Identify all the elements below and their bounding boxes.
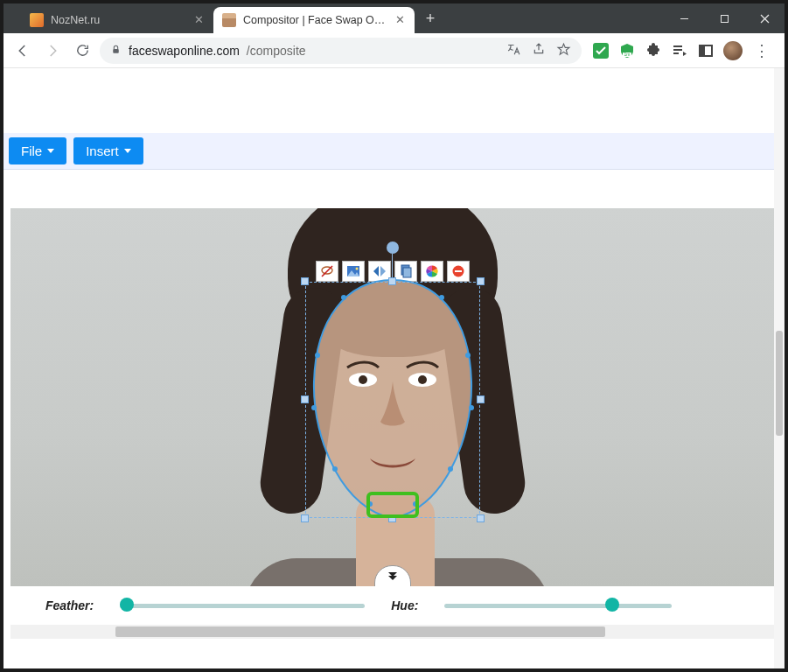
resize-handle-tr[interactable] [477,277,485,285]
toolbar-spacer [3,170,774,208]
chrome-menu-button[interactable]: ⋮ [751,41,772,60]
window-minimize-button[interactable] [664,4,704,33]
extension-playlist-icon[interactable] [671,42,688,60]
svg-text:1m: 1m [624,52,631,57]
file-label: File [21,144,42,158]
url-host: faceswaponline.com [129,44,240,58]
tab-noznet[interactable]: NozNet.ru ✕ [21,7,213,33]
nav-forward-button[interactable] [40,38,65,63]
highlight-annotation [366,492,419,518]
resize-handle-ml[interactable] [301,396,309,403]
feather-label: Feather: [45,598,94,612]
svg-rect-4 [113,48,119,52]
translate-icon[interactable] [506,42,521,60]
resize-handle-tm[interactable] [388,277,396,285]
favicon-noznet [30,13,44,27]
tab-compositor[interactable]: Compositor | Face Swap Online ✕ [213,7,415,33]
share-icon[interactable] [532,42,546,60]
app-toolbar: File Insert [3,133,774,170]
resize-handle-tl[interactable] [301,277,309,285]
window-maximize-button[interactable] [704,4,744,33]
slider-thumb[interactable] [120,598,134,612]
extensions-puzzle-icon[interactable] [645,42,662,60]
horizontal-scrollbar[interactable] [10,625,774,639]
tab-title: NozNet.ru [51,14,185,26]
hue-label: Hue: [391,598,418,612]
selection-rect [305,282,480,518]
caret-down-icon [47,149,54,153]
window-controls [664,4,785,33]
insert-menu-button[interactable]: Insert [73,137,143,164]
close-tab-icon[interactable]: ✕ [394,14,406,26]
favicon-compositor [222,13,236,27]
extensions: 1m ⋮ [587,41,778,60]
rotate-handle-line [392,254,393,277]
scrollbar-thumb[interactable] [776,331,783,436]
extension-panel-icon[interactable] [697,42,715,60]
resize-handle-bl[interactable] [301,514,309,522]
url-path: /composite [247,44,306,58]
svg-marker-16 [380,266,386,276]
editor-canvas[interactable] [10,208,774,586]
extension-shield-icon[interactable]: 1m [618,42,636,60]
face-selection[interactable] [305,282,480,518]
slider-thumb[interactable] [605,598,619,612]
hue-slider[interactable] [444,601,672,610]
scrollbar-thumb[interactable] [115,626,605,637]
file-menu-button[interactable]: File [9,137,66,164]
svg-point-14 [355,268,358,270]
browser-window: NozNet.ru ✕ Compositor | Face Swap Onlin… [0,0,788,672]
feather-slider[interactable] [120,601,365,610]
nav-back-button[interactable] [10,38,35,63]
new-tab-button[interactable]: + [418,6,443,31]
vertical-scrollbar[interactable] [774,68,785,668]
window-close-button[interactable] [744,4,785,33]
profile-avatar[interactable] [723,41,743,60]
url-field[interactable]: faceswaponline.com/composite [100,38,582,64]
svg-rect-21 [455,270,462,272]
svg-marker-15 [373,266,379,276]
svg-rect-9 [700,46,705,56]
titlebar: NozNet.ru ✕ Compositor | Face Swap Onlin… [3,4,785,33]
bookmark-star-icon[interactable] [556,42,571,60]
insert-label: Insert [86,144,119,158]
resize-handle-mr[interactable] [477,396,485,403]
caret-down-icon [124,149,131,153]
lock-icon [110,44,122,58]
svg-rect-1 [721,15,728,22]
nav-reload-button[interactable] [70,38,94,63]
extension-check-icon[interactable] [592,42,610,60]
close-tab-icon[interactable]: ✕ [192,14,205,26]
page-content: File Insert [3,68,785,668]
resize-handle-br[interactable] [477,514,485,522]
address-bar: faceswaponline.com/composite 1m ⋮ [3,33,785,68]
tab-title: Compositor | Face Swap Online [243,14,387,26]
rotate-handle[interactable] [387,242,399,254]
chevron-down-icon [388,576,397,580]
slider-row: Feather: Hue: [10,590,774,621]
tab-strip: NozNet.ru ✕ Compositor | Face Swap Onlin… [3,4,664,33]
